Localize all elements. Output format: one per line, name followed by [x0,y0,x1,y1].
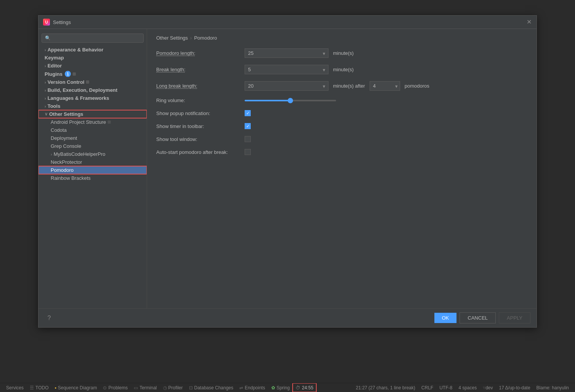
auto-start-checkbox-container [245,149,251,155]
break-length-dropdown[interactable]: 5 10 15 [245,65,328,74]
breadcrumb-current: Pomodoro [194,35,217,41]
search-input[interactable] [42,34,144,43]
cancel-button[interactable]: CANCEL [460,312,496,323]
breadcrumb-separator: › [190,35,192,41]
show-popup-checkbox-container [245,110,251,116]
close-button[interactable]: ✕ [526,19,532,25]
ring-volume-slider[interactable] [245,100,336,101]
ok-button[interactable]: OK [434,313,457,323]
statusbar-spring[interactable]: ✿ Spring [268,383,293,392]
statusbar-profiler[interactable]: ◷ Profiler [160,383,186,392]
statusbar-todo[interactable]: ☰ TODO [27,383,51,392]
sidebar-item-version-control[interactable]: › Version Control ⊞ [38,78,147,86]
copy-icon: ⊞ [107,120,111,125]
break-length-dropdown-container: 5 10 15 [245,65,328,74]
show-timer-label: Show timer in toolbar: [156,123,240,129]
arrow-icon: › [45,88,46,93]
statusbar-services-label: Services [6,385,24,390]
show-window-checkbox-container [245,136,251,142]
show-popup-label: Show popup notification: [156,110,240,116]
show-timer-checkbox-container [245,123,251,129]
statusbar-indent[interactable]: 4 spaces [455,383,480,392]
breadcrumb-parent: Other Settings [156,35,188,41]
auto-start-row: Auto-start pomodoro after break: [156,149,527,155]
statusbar-branch[interactable]: ⑂ dev [480,383,496,392]
arrow-icon: › [51,152,52,157]
sidebar-item-languages[interactable]: › Languages & Frameworks [38,94,147,102]
show-window-checkbox[interactable] [245,136,251,142]
show-window-label: Show tool window: [156,136,240,142]
sidebar-item-editor[interactable]: › Editor [38,62,147,70]
pomodoro-length-dropdown-container: 25 30 45 [245,48,328,58]
show-timer-checkbox[interactable] [245,123,251,129]
long-break-length-unit: minute(s) after [333,83,365,89]
long-break-after-dropdown-container: 4 3 5 [370,81,400,91]
statusbar-services[interactable]: Services [3,383,27,392]
statusbar-problems-label: Problems [108,385,128,390]
sidebar-item-grep-console[interactable]: Grep Console [38,142,147,150]
arrow-icon: › [45,104,46,109]
main-content: Other Settings › Pomodoro Pomodoro lengt… [147,29,537,308]
app-icon: U [43,19,50,26]
statusbar-sequence-diagram-label: Sequence Diagram [58,385,97,390]
statusbar-database-changes[interactable]: ⊡ Database Changes [186,383,237,392]
sidebar-item-tools[interactable]: › Tools [38,102,147,110]
show-popup-checkbox[interactable] [245,110,251,116]
sidebar-item-android[interactable]: Android Project Structure ⊞ [38,118,147,126]
dialog-footer: ? OK CANCEL APPLY [38,308,537,327]
sidebar: › Appearance & Behavior Keymap › Editor … [38,29,147,308]
sidebar-item-plugins[interactable]: Plugins 1 ⊞ [38,70,147,78]
sidebar-item-build[interactable]: › Build, Execution, Deployment [38,86,147,94]
statusbar-terminal[interactable]: ▭ Terminal [131,383,160,392]
statusbar-profiler-label: Profiler [168,385,183,390]
long-break-length-label: Long break length: [156,83,240,89]
auto-start-checkbox[interactable] [245,149,251,155]
dialog-body: › Appearance & Behavior Keymap › Editor … [38,29,537,308]
statusbar-git-status[interactable]: 17 Δ/up-to-date [496,383,533,392]
auto-start-label: Auto-start pomodoro after break: [156,149,240,155]
statusbar-todo-label: TODO [35,385,48,390]
breadcrumb: Other Settings › Pomodoro [156,35,527,41]
sidebar-item-deployment[interactable]: Deployment [38,134,147,142]
sidebar-item-keymap[interactable]: Keymap [38,54,147,62]
arrow-icon: › [45,64,46,68]
break-length-label: Break length: [156,67,240,72]
statusbar-blame[interactable]: Blame: hanyulin [533,383,572,392]
statusbar-sequence-diagram[interactable]: ▪ Sequence Diagram [51,383,100,392]
arrow-icon: › [45,80,46,85]
statusbar-encoding[interactable]: UTF-8 [436,383,455,392]
statusbar-line-ending[interactable]: CRLF [418,383,436,392]
statusbar-timer[interactable]: ⏱ 24:55 [293,383,316,392]
long-break-length-dropdown[interactable]: 20 25 30 [245,81,328,91]
statusbar-database-changes-label: Database Changes [194,385,234,390]
long-break-length-row: Long break length: 20 25 30 minute(s) af… [156,81,527,91]
statusbar-endpoints[interactable]: ⇌ Endpoints [236,383,268,392]
plugins-badge: 1 [65,71,71,77]
title-left: U Settings [43,19,71,26]
show-popup-row: Show popup notification: [156,110,527,116]
break-length-unit: minute(s) [333,67,354,72]
sidebar-item-neck-protector[interactable]: NeckProtector [38,158,147,166]
sidebar-item-other-settings[interactable]: ∨ Other Settings [38,110,147,118]
settings-dialog: U Settings ✕ › Appearance & Behavior Key… [38,15,537,328]
titlebar: U Settings ✕ [38,16,537,29]
sidebar-item-appearance[interactable]: › Appearance & Behavior [38,46,147,54]
long-break-after-dropdown[interactable]: 4 3 5 [370,81,400,91]
sidebar-item-mybatis[interactable]: › MyBatisCodeHelperPro [38,150,147,158]
arrow-icon: › [45,96,46,101]
statusbar-right: 21:27 (27 chars, 1 line break) CRLF UTF-… [353,383,572,392]
ring-volume-slider-container [245,100,336,101]
ring-volume-row: Ring volume: [156,98,527,103]
sidebar-item-rainbow[interactable]: Rainbow Brackets [38,174,147,182]
sidebar-item-pomodoro[interactable]: Pomodoro [38,166,147,174]
pomodoro-length-dropdown[interactable]: 25 30 45 [245,48,328,58]
apply-button[interactable]: APPLY [499,312,530,323]
sidebar-item-codota[interactable]: Codota [38,126,147,134]
break-length-row: Break length: 5 10 15 minute(s) [156,65,527,74]
show-timer-row: Show timer in toolbar: [156,123,527,129]
pomodoro-length-unit: minute(s) [333,50,354,56]
help-button[interactable]: ? [45,314,54,323]
statusbar-position[interactable]: 21:27 (27 chars, 1 line break) [353,383,418,392]
arrow-icon: › [45,48,46,52]
statusbar-problems[interactable]: ⊙ Problems [100,383,131,392]
